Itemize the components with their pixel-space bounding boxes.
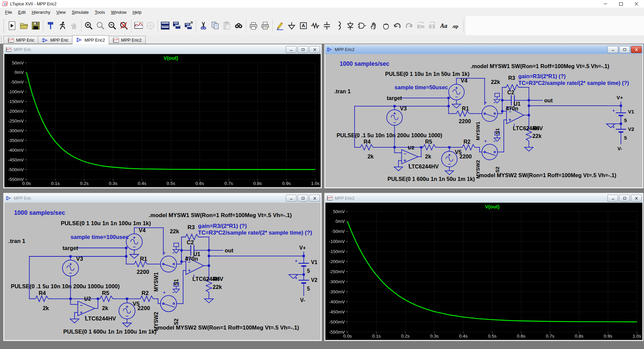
schematic-label-s1[interactable]: S1 (173, 279, 179, 285)
schematic-label-out[interactable]: out (544, 97, 553, 103)
schematic-label-r1[interactable]: R1 (462, 105, 469, 111)
schematic-label-ltc2[interactable]: LTC6244HV (85, 315, 116, 322)
schematic-label-r4[interactable]: R4 (364, 139, 371, 145)
menu-item-edit[interactable]: Edit (15, 9, 29, 16)
print-preview-button[interactable] (259, 18, 271, 33)
schematic-label-pulse_v3[interactable]: PULSE(0 .1 5u 10n 10n 200u 1000u 1000) (11, 283, 120, 290)
schematic-label-r1_val[interactable]: 2200 (137, 269, 149, 275)
schematic-label-r6_val[interactable]: 22k (213, 284, 222, 290)
schematic-label-tc[interactable]: TC=R3*C2/sample rate/(2* sample time) (?… (518, 80, 629, 86)
schematic-label-r1_val[interactable]: 2200 (459, 118, 471, 124)
schematic-label-r2[interactable]: R2 (142, 290, 149, 296)
menu-item-simulate[interactable]: Simulate (69, 9, 92, 16)
cut-button[interactable] (198, 18, 209, 33)
window-top-right-titlebar[interactable]: MPP Eric2 (325, 45, 643, 54)
zoom-out-button[interactable] (106, 18, 118, 33)
schematic-label-gain[interactable]: gain=R3/(2*R1) (?) (518, 73, 566, 79)
schematic-label-r3[interactable]: R3 (508, 75, 515, 81)
trace-label[interactable]: V(out) (485, 204, 499, 209)
save-button[interactable] (30, 18, 42, 33)
window-bottom-left-titlebar[interactable]: MPP Eric (4, 194, 321, 203)
schematic-label-v2_val[interactable]: 5 (307, 286, 310, 292)
schematic-label-pulse_v4[interactable]: PULSE(0 1 10u 1n 1n 50u 1m 1k) (385, 71, 469, 77)
schematic-label-r5_val[interactable]: 2k (425, 153, 431, 159)
schematic-label-ltc2[interactable]: LTC6244HV (409, 163, 439, 169)
app-minimize-button[interactable] (598, 0, 613, 8)
schematic-label-vminus[interactable]: V- (300, 297, 305, 303)
menu-item-hierarchy[interactable]: Hierarchy (29, 9, 53, 16)
schematic-label-c2[interactable]: C2 (507, 89, 515, 95)
undo-button[interactable] (391, 18, 403, 33)
inductor-button[interactable] (333, 18, 344, 33)
window-minimize-button[interactable] (286, 46, 297, 53)
schematic-label-v1[interactable]: V1 (628, 109, 634, 114)
move-button[interactable] (368, 18, 380, 33)
schematic-label-r4_val[interactable]: 2k (368, 153, 374, 159)
schematic-canvas[interactable]: +−+−+−+−+−−+−+++1000 samples/secPULSE(0 … (4, 203, 321, 340)
schematic-label-v1_val[interactable]: 5 (307, 268, 310, 274)
control-panel-button[interactable] (45, 18, 56, 33)
schematic-label-target[interactable]: target (62, 245, 78, 251)
schematic-label-r6_val[interactable]: 22k (532, 133, 542, 139)
menu-item-file[interactable]: File (2, 9, 15, 16)
schematic-label-u1[interactable]: U1 (193, 251, 201, 257)
trace-label[interactable]: V(out) (164, 55, 178, 61)
schematic-label-r3_val[interactable]: 22k (491, 79, 500, 85)
open-button[interactable] (18, 18, 30, 33)
tab-mpp-eric2-2[interactable]: MPP Eric2 (72, 35, 109, 44)
schematic-label-r4[interactable]: R4 (39, 290, 46, 296)
window-bottom-right-titlebar[interactable]: MPP Eric2 (325, 194, 643, 203)
autorange-button[interactable] (133, 18, 145, 33)
cascade-windows-button[interactable] (171, 18, 183, 33)
schematic-label-pulse_v4[interactable]: PULSE(0 1 10u 1n 1n 100u 1m 1k) (61, 220, 151, 227)
schematic-label-tc[interactable]: TC=R3*C2/sample rate/(2* sample time) (?… (198, 230, 312, 236)
schematic-label-v3[interactable]: V3 (400, 105, 407, 111)
new-schematic-button[interactable] (6, 18, 18, 33)
menu-item-tools[interactable]: Tools (92, 9, 108, 16)
schematic-label-u2[interactable]: U2 (84, 296, 91, 302)
plot-canvas[interactable]: 0.0s0.1s0.2s0.3s0.4s0.5s0.6s0.7s0.8s0.9s… (4, 54, 321, 187)
schematic-label-r2[interactable]: R2 (464, 139, 471, 145)
schematic-label-v2[interactable]: V2 (628, 126, 634, 132)
schematic-canvas[interactable]: +−+−+−+−+−−+−+++1000 samples/secPULSE(0 … (325, 54, 642, 187)
zoom-fit-button[interactable] (118, 18, 130, 33)
schematic-label-v2[interactable]: V2 (311, 277, 317, 283)
plot-canvas[interactable]: 0.0s0.1s0.2s0.3s0.4s0.5s0.6s0.7s0.8s0.9s… (325, 203, 642, 340)
schematic-label-v5[interactable]: V5 (132, 301, 140, 307)
schematic-label-sample_time[interactable]: sample time=100usec (70, 234, 129, 240)
window-top-left-titlebar[interactable]: MPP Eric (4, 45, 321, 54)
schematic-label-r4_val[interactable]: 2k (43, 305, 49, 311)
schematic-label-u2[interactable]: U2 (408, 145, 414, 150)
app-close-button[interactable] (629, 0, 644, 8)
schematic-label-tran[interactable]: .tran 1 (8, 238, 25, 244)
ground-button[interactable] (286, 18, 298, 33)
schematic-label-vplus[interactable]: V+ (616, 95, 623, 100)
schematic-label-r5_val[interactable]: 2k (102, 305, 108, 311)
window-maximize-button[interactable] (298, 195, 308, 202)
schematic-label-s1[interactable]: S1 (494, 128, 500, 135)
schematic-label-samples[interactable]: 1000 samples/sec (340, 60, 389, 67)
schematic-label-target[interactable]: target (387, 95, 402, 101)
window-close-button[interactable] (631, 195, 642, 202)
schematic-label-mysw1[interactable]: MYSW1 (153, 272, 159, 292)
schematic-label-vminus[interactable]: V- (618, 146, 622, 151)
print-button[interactable] (248, 18, 259, 33)
spice-directive-button[interactable]: .op (450, 18, 462, 33)
schematic-label-pulse_v5[interactable]: PULSE(0 1 600u 1n 1n 50u 1m 1k) (387, 176, 475, 182)
capacitor-button[interactable] (321, 18, 333, 33)
schematic-label-r6[interactable]: R6 (213, 276, 220, 282)
schematic-label-r5[interactable]: R5 (425, 139, 432, 145)
resistor-button[interactable] (309, 18, 321, 33)
window-minimize-button[interactable] (607, 46, 618, 53)
copy-button[interactable] (209, 18, 221, 33)
window-maximize-button[interactable] (619, 195, 630, 202)
schematic-label-r1[interactable]: R1 (140, 256, 147, 262)
app-maximize-button[interactable] (613, 0, 629, 8)
schematic-label-v3[interactable]: V3 (76, 256, 83, 262)
schematic-label-r3[interactable]: R3 (187, 224, 195, 231)
schematic-label-model1[interactable]: .model MYSW1 SW(Ron=1 Roff=100Meg Vt=.5 … (471, 63, 609, 69)
window-minimize-button[interactable] (607, 195, 618, 202)
window-close-button[interactable] (309, 195, 320, 202)
schematic-label-v4[interactable]: V4 (139, 227, 146, 234)
menu-item-window[interactable]: Window (108, 9, 129, 16)
